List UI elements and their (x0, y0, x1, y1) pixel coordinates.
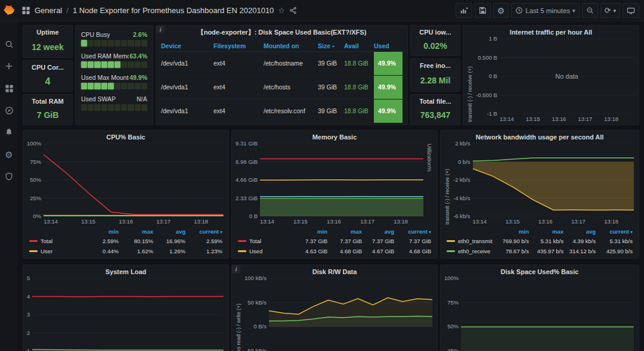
legend-series-name[interactable]: User (29, 248, 84, 254)
tick-label: 0 B (249, 213, 258, 219)
dashboard-settings-button[interactable]: ⚙ (493, 3, 509, 18)
plot-area[interactable] (461, 278, 634, 351)
plot-area[interactable] (269, 278, 432, 351)
legend-series-name[interactable]: eth0_receive (447, 248, 494, 254)
gauge-label: Used SWAP (81, 95, 116, 102)
tick-label: 13:18 (194, 218, 208, 225)
share-icon[interactable] (289, 7, 297, 14)
explore-compass-icon[interactable] (4, 105, 14, 115)
led-bar (81, 61, 147, 68)
led-segment (128, 61, 134, 68)
legend-header-current[interactable]: current▾ (596, 228, 633, 235)
save-dashboard-button[interactable] (475, 3, 491, 18)
cycle-view-mode-button[interactable] (623, 3, 639, 18)
legend-series-name[interactable]: Total (238, 238, 293, 244)
col-mounted-on[interactable]: Mounted on (264, 42, 318, 49)
search-icon[interactable] (4, 39, 14, 49)
legend-header-max[interactable]: max (529, 228, 564, 235)
zoom-out-time-button[interactable] (582, 3, 598, 18)
time-range-picker[interactable]: Last 5 minutes ▾ (511, 3, 579, 18)
legend-header-min[interactable]: min (84, 228, 119, 235)
legend-header-min[interactable]: min (494, 228, 529, 235)
legend-current-value: 5.31 kb/s (596, 238, 633, 244)
panel-title[interactable]: Uptime (23, 26, 72, 39)
plot-area[interactable] (473, 144, 634, 216)
tick-label: 13:17 (360, 218, 374, 225)
panel-title[interactable]: Free ino... (411, 59, 460, 72)
led-segment (114, 83, 120, 89)
plot-area[interactable] (260, 144, 423, 216)
led-segment (141, 83, 147, 89)
panel-title[interactable]: Disk Space Used% Basic (441, 265, 639, 278)
series-color-swatch (238, 250, 246, 252)
alerting-bell-icon[interactable] (4, 128, 14, 137)
legend-series-name[interactable]: Used (238, 248, 293, 254)
panel-title[interactable]: CPU Cor... (23, 61, 72, 74)
plot-area[interactable] (44, 144, 224, 216)
cell-filesystem: ext4 (213, 60, 264, 67)
configuration-gear-icon[interactable]: ⚙ (4, 150, 14, 159)
legend-current-value: 7.37 GiB (394, 238, 431, 244)
panel-title[interactable]: CPU% Basic (23, 131, 228, 144)
panel-title[interactable]: Total file... (411, 95, 460, 108)
legend-header-avg[interactable]: avg (564, 228, 596, 235)
breadcrumb-title[interactable]: 1 Node Exporter for Prometheus Dashboard… (73, 6, 274, 15)
star-icon[interactable]: ☆ (278, 7, 285, 14)
stat-value: 4 (23, 73, 72, 90)
legend-header-current[interactable]: current▾ (185, 228, 222, 235)
panel-info-icon[interactable]: i (232, 265, 240, 274)
led-segment (128, 104, 134, 111)
breadcrumb-folder[interactable]: General (35, 6, 62, 15)
col-filesystem[interactable]: Filesystem (213, 42, 264, 49)
legend-min-value: 7.37 GiB (293, 238, 327, 244)
legend-avg-value: 7.37 GiB (362, 238, 394, 244)
add-panel-button[interactable] (456, 3, 472, 18)
plot-area[interactable] (32, 278, 224, 351)
grafana-logo-icon[interactable] (0, 0, 18, 21)
tick-label: -0.500 B (476, 92, 497, 98)
legend-min-value: 769.90 b/s (494, 238, 529, 244)
panel-info-icon[interactable]: i (156, 26, 165, 34)
tick-label: 2 kb/s (455, 141, 470, 147)
panel-title[interactable]: Memory Basic (232, 131, 437, 144)
legend-series-name[interactable]: eth0_transmit (447, 238, 494, 244)
legend-series-name[interactable]: Total (29, 238, 84, 244)
server-admin-shield-icon[interactable] (4, 172, 14, 181)
col-device[interactable]: Device (161, 42, 213, 49)
led-segment (108, 83, 114, 89)
tick-label: 13:14 (500, 116, 514, 122)
legend-header-avg[interactable]: avg (362, 228, 394, 235)
legend-header-max[interactable]: max (327, 228, 362, 235)
cell-device: /dev/vda1 (161, 107, 213, 115)
legend-header-max[interactable]: max (119, 228, 153, 235)
disk-table: Device Filesystem Mounted on Size▲ Avail… (160, 40, 404, 125)
tick-label: 0.500 B (478, 55, 497, 61)
y-axis-ticks: 100%75%50%25% (444, 275, 459, 351)
led-segment (141, 61, 147, 68)
legend-header-current[interactable]: current▾ (394, 228, 431, 235)
panel-title[interactable]: 【node-exporter】: Disk Space Used Basic(E… (156, 26, 407, 39)
tick-label: 3 (27, 312, 30, 318)
dashboards-icon[interactable] (4, 83, 14, 93)
legend-max-value: 4.68 GiB (327, 248, 362, 254)
plot-area[interactable]: No data (500, 39, 634, 114)
led-segment (94, 104, 100, 111)
col-used[interactable]: Used (374, 42, 402, 49)
legend-header-min[interactable]: min (293, 228, 327, 235)
legend-header-avg[interactable]: avg (153, 228, 185, 235)
table-body: /dev/vda1ext4/etc/hostname39 GiB18.8 GiB… (160, 52, 404, 123)
dashboards-grid-icon[interactable] (21, 6, 30, 15)
table-header: Device Filesystem Mounted on Size▲ Avail… (160, 40, 404, 52)
col-avail[interactable]: Avail (344, 42, 374, 49)
table-row: /dev/vda1ext4/etc/hosts39 GiB18.8 GiB49.… (160, 76, 404, 100)
col-size[interactable]: Size▲ (318, 42, 344, 49)
refresh-button[interactable]: ⟳ ▾ (600, 3, 620, 18)
led-segment (135, 83, 141, 89)
panel-title[interactable]: System Load (23, 265, 228, 278)
tick-label: 13:16 (552, 116, 566, 122)
led-segment (114, 61, 120, 68)
create-plus-icon[interactable] (4, 61, 14, 71)
sidebar: ⚙ (0, 21, 18, 351)
panel-title[interactable]: CPU iow... (411, 26, 460, 39)
panel-title[interactable]: Total RAM (23, 95, 72, 108)
